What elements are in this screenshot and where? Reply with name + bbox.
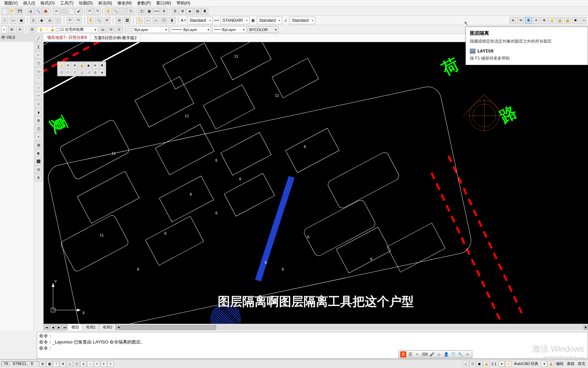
rectangle-icon[interactable]: ▭ [35,67,42,75]
menu-tools[interactable]: 工具(T) [58,0,76,7]
ortho-icon[interactable]: └ [53,361,59,367]
open2-icon[interactable]: ▭ [10,17,16,24]
cmd-prompt[interactable]: 命令： [39,345,586,351]
area-icon[interactable]: ▱ [152,17,159,24]
text-icon[interactable]: A [161,8,167,15]
color-dropdown[interactable]: ByLayer▾ [128,26,169,33]
orbit-icon[interactable]: ⟳ [103,17,110,24]
plot-icon[interactable]: 🖨 [27,8,34,15]
plotstyle-dropdown[interactable]: BYCOLOR▾ [248,26,278,33]
pan-icon[interactable]: ✋ [105,8,112,15]
match-icon[interactable]: 🖌 [76,8,82,15]
ft-close-icon[interactable]: ✖ [99,62,105,68]
dyn-icon[interactable]: + [94,361,100,367]
floating-toolbar[interactable]: 💡 ☀ ❄ 🔒 ◉ ≋ ✖ ◻ ⬭ ⬯ △ ◁ ◎ ▲ [57,61,106,76]
menu-modify[interactable]: 修改(M) [115,0,134,7]
xref-icon[interactable]: ⧉ [116,17,122,24]
spline-icon[interactable]: 〰 [35,92,42,99]
ime-punct-icon[interactable]: •. [414,351,421,357]
print2-icon[interactable]: ⎙ [30,17,37,24]
ducs-icon[interactable]: ⟂ [87,361,93,367]
tool-a-icon[interactable]: ◉ [38,17,45,24]
model-ps-icon[interactable]: ◻ [463,361,469,367]
mtext-icon[interactable]: A [35,174,42,181]
calc-icon[interactable]: 🖩 [201,8,208,15]
ft-freeze-icon[interactable]: ❄ [72,62,78,68]
layfrz-icon[interactable]: ❄ [541,17,548,24]
ft-pyramid-icon[interactable]: ▲ [99,69,105,75]
preview-icon[interactable]: 🔍 [35,8,42,15]
ime-tool-icon[interactable]: 🔧 [457,351,463,357]
ime-emoji-icon[interactable]: ☺ [436,351,442,357]
layer-state-icon[interactable]: 🗂 [99,26,106,33]
ft-lock-icon[interactable]: 🔒 [79,62,85,68]
xline-icon[interactable]: ╳ [35,43,42,50]
annoauto-icon[interactable]: ⚡ [505,361,511,367]
menu-format[interactable]: 格式(O) [38,0,57,7]
tool-b-icon[interactable]: ◎ [46,17,53,24]
laymrg-icon[interactable]: ⇢ [580,17,587,24]
ime-bar[interactable]: S 英 •. ⌨ 🎤 ☺ 👤 👕 🔧 ≡ [398,350,472,358]
ime-keyboard-icon[interactable]: ⌨ [422,351,428,357]
qv-layout-icon[interactable]: ⊡ [470,361,476,367]
undo2-icon[interactable]: ↶ [67,17,74,24]
paste-icon[interactable]: 📄 [68,8,75,15]
tool-palette-icon[interactable]: ▤ [194,8,201,15]
layer-manager-icon[interactable]: ☰ [29,26,35,33]
tab-next-icon[interactable]: ▶ [56,325,62,330]
layout1-tab[interactable]: 布局1 [83,324,99,331]
cut-icon[interactable]: ✂ [53,8,60,15]
ime-voice-icon[interactable]: 🎤 [429,351,435,357]
polar-icon[interactable]: ⊕ [60,361,66,367]
hscrollbar[interactable]: ◀ ▶ [121,325,583,330]
qv-drawing-icon[interactable]: ▣ [476,361,483,367]
workspace-dropdown[interactable] [1,26,7,33]
ime-user-icon[interactable]: 👤 [443,351,449,357]
osnap-icon[interactable]: ◻ [67,361,73,367]
polygon-icon[interactable]: ⬡ [35,59,42,67]
layiso-icon[interactable]: ≣ [525,17,532,24]
ws-gear-icon[interactable]: ⚙ [8,26,15,33]
table-style-dropdown[interactable]: Standard [257,17,282,24]
menu-view[interactable]: 视图(V) [1,0,20,7]
menu-help[interactable]: 帮助(H) [174,0,193,7]
region-icon[interactable]: ⬛ [35,157,42,165]
layoff-icon[interactable]: 💡 [549,17,555,24]
tab-other[interactable]: 方案5日照示例-教学版2 [91,34,140,42]
snap-icon[interactable]: ⊞ [39,361,46,367]
annovis-icon[interactable]: ▾ [499,361,505,367]
save2-icon[interactable]: ▣ [18,17,24,24]
ft-cyl-icon[interactable]: ⬯ [72,69,78,75]
layuniso-icon[interactable]: ≡ [533,17,540,24]
copy-icon[interactable]: 📋 [61,8,67,15]
tool-c-icon[interactable]: ⬚ [54,17,61,24]
menu-dimension[interactable]: 标注(N) [96,0,115,7]
ft-wedge-icon[interactable]: ◁ [85,69,92,75]
zoom-prev-icon[interactable]: ⮌ [127,8,134,15]
ellipse-arc-icon[interactable]: ◗ [35,108,42,116]
ft-sphere-icon[interactable]: ⬭ [65,69,71,75]
qnew-icon[interactable]: □ [1,17,8,24]
table-icon[interactable]: ▦ [146,8,152,15]
drawing-canvas[interactable]: 💡 ☀ ❄ 🔒 ◉ ≋ ✖ ◻ ⬭ ⬯ △ ◁ ◎ ▲ [44,42,588,324]
layer-tool2-icon[interactable]: ⛭ [116,26,122,33]
menu-draw[interactable]: 绘图(D) [76,0,96,7]
ws-name[interactable]: AutoCAD 经典 [512,361,540,366]
grid-icon[interactable]: ▦ [46,361,52,367]
ime-menu-icon[interactable]: ≡ [464,351,471,357]
id-icon[interactable]: ⓘ [161,17,167,24]
scale-display[interactable]: 1:1 [490,362,498,366]
new-icon[interactable]: 📄 [1,8,8,15]
ft-match-icon[interactable]: ≋ [92,62,98,68]
purge-icon[interactable]: 🗑 [169,17,176,24]
text-style-dropdown[interactable]: Standard [187,17,213,24]
mleader-style-dropdown[interactable]: Standard [290,17,315,24]
gradient-icon[interactable]: ◐ [35,149,42,157]
hscroll-thumb[interactable] [121,325,216,330]
layerp-icon[interactable]: ⟲ [517,17,524,24]
ft-color-icon[interactable]: ◉ [85,62,92,68]
pline-icon[interactable]: ⌐ [35,51,42,59]
tab-prev-icon[interactable]: ◀ [50,325,55,330]
ime-lang[interactable]: 英 [407,351,413,357]
otrack-icon[interactable]: ∠ [80,361,86,367]
